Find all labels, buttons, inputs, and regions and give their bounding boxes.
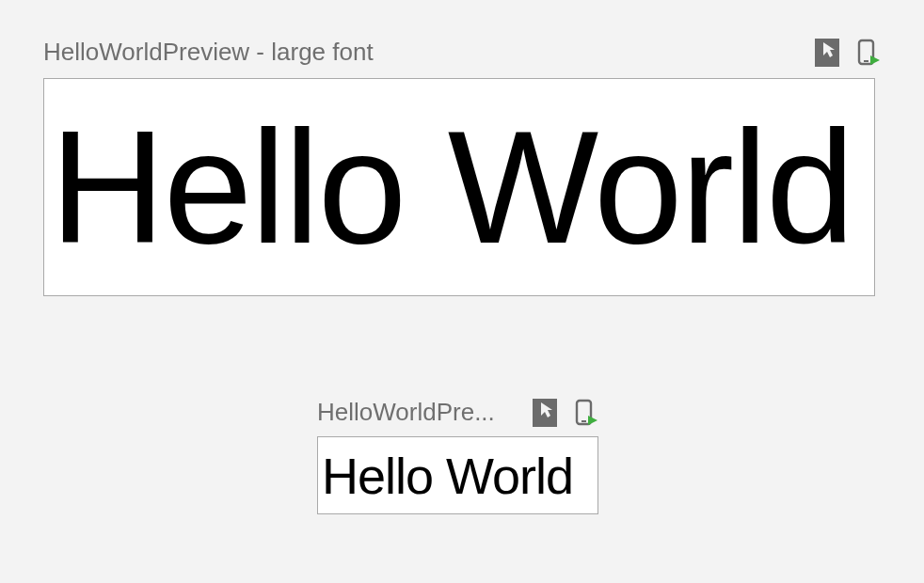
- svg-rect-0: [815, 39, 839, 67]
- interactive-mode-button[interactable]: [815, 39, 839, 67]
- preview-block-small: HelloWorldPre... Hello Wo: [317, 398, 881, 514]
- deploy-preview-icon: [574, 399, 598, 427]
- preview-content-large: Hello World: [50, 107, 852, 267]
- svg-rect-5: [581, 420, 586, 422]
- preview-actions-small: [533, 399, 598, 427]
- preview-frame-large: Hello World: [43, 78, 875, 296]
- preview-frame-small: Hello World: [317, 436, 598, 514]
- interactive-mode-button[interactable]: [533, 399, 557, 427]
- preview-container: HelloWorldPreview - large font: [0, 0, 924, 514]
- preview-block-large: HelloWorldPreview - large font: [43, 38, 881, 296]
- preview-content-small: Hello World: [322, 450, 573, 501]
- svg-rect-3: [533, 399, 557, 427]
- preview-header-small: HelloWorldPre...: [317, 398, 598, 427]
- preview-title-small: HelloWorldPre...: [317, 398, 519, 427]
- deploy-preview-button[interactable]: [574, 399, 598, 427]
- svg-rect-2: [864, 60, 868, 62]
- preview-title-large: HelloWorldPreview - large font: [43, 38, 374, 67]
- interactive-mode-icon: [815, 39, 839, 67]
- deploy-preview-button[interactable]: [856, 39, 881, 67]
- preview-actions-large: [815, 39, 881, 67]
- preview-header-large: HelloWorldPreview - large font: [43, 38, 881, 67]
- deploy-preview-icon: [856, 39, 881, 67]
- interactive-mode-icon: [533, 399, 557, 427]
